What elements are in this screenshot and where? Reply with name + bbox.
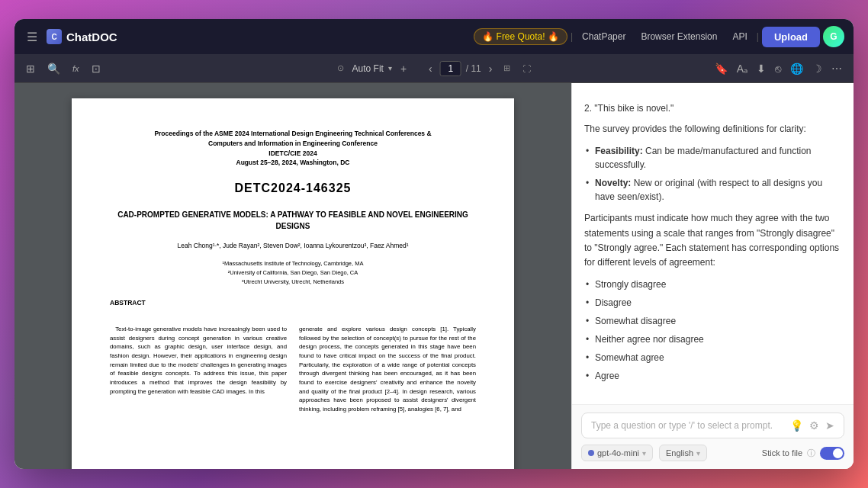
model-dot [588, 450, 594, 456]
stick-to-file-label: Stick to file [762, 448, 802, 458]
api-link[interactable]: API [726, 28, 753, 45]
settings-icon[interactable]: ⚙ [809, 419, 819, 432]
survey-intro-text: The survey provides the following defini… [584, 122, 841, 136]
nav-links: 🔥 Free Quota! 🔥 | ChatPaper Browser Exte… [474, 26, 844, 47]
zoom-chevron-icon[interactable]: ▾ [388, 64, 392, 72]
definitions-section: Feasibility: Can be made/manufactured an… [584, 144, 841, 204]
pdf-header-line1: Proceedings of the ASME 2024 Internation… [110, 129, 476, 139]
chat-content: 2. "This bike is novel." The survey prov… [572, 83, 854, 404]
globe-icon[interactable]: 🌐 [786, 60, 807, 77]
definition-novelty: Novelty: New or original (with respect t… [584, 176, 841, 204]
scale-option-6: Agree [584, 369, 841, 383]
scale-intro-text: Participants must indicate how much they… [584, 211, 841, 270]
pdf-header-line3: IDETC/CIE 2024 [110, 149, 476, 159]
language-label: English [666, 448, 693, 458]
pdf-doc-id: DETC2024-146325 [110, 180, 476, 197]
chat-numbered-items: 2. "This bike is novel." [584, 101, 841, 116]
pdf-authors: Leah Chong¹·*, Jude Rayan², Steven Dow²,… [110, 241, 476, 252]
send-icon[interactable]: ➤ [825, 419, 834, 432]
pdf-abstract: ABSTRACT [110, 299, 476, 313]
nav-divider-2: | [757, 31, 759, 42]
brand-logo: C [47, 29, 62, 44]
quota-badge[interactable]: 🔥 Free Quota! 🔥 [474, 28, 567, 45]
zoom-add-icon[interactable]: + [397, 60, 410, 77]
chat-input-area: 💡 ⚙ ➤ gpt-4o-mini ▾ English ▾ Sti [572, 404, 854, 469]
right-panel: 2. "This bike is novel." The survey prov… [571, 83, 854, 469]
stick-to-file: Stick to file ⓘ [762, 447, 844, 460]
chat-footer: gpt-4o-mini ▾ English ▾ Stick to file ⓘ [581, 445, 844, 461]
font-icon[interactable]: Aₐ [733, 60, 751, 77]
pdf-title: CAD-PROMPTED GENERATIVE MODELS: A PATHWA… [110, 209, 476, 232]
affiliation-3: ³Utrecht University, Utrecht, Netherland… [110, 278, 476, 287]
pdf-header-line4: August 25–28, 2024, Washington, DC [110, 158, 476, 168]
page-total: / 11 [466, 63, 481, 74]
page-menu-icon[interactable]: ⊞ [500, 61, 514, 75]
pdf-col2: generate and explore various design conc… [299, 325, 476, 414]
pdf-header: Proceedings of the ASME 2024 Internation… [110, 129, 476, 168]
more-icon[interactable]: ⋯ [828, 60, 846, 77]
scale-options-list: Strongly disagree Disagree Somewhat disa… [584, 278, 841, 383]
model-chevron-icon: ▾ [642, 449, 646, 458]
zoom-label: ⊙ [333, 61, 348, 75]
next-page-button[interactable]: › [486, 61, 496, 76]
moon-icon[interactable]: ☽ [809, 60, 826, 77]
grid-icon[interactable]: ⊞ [22, 60, 39, 77]
fx-icon[interactable]: fx [69, 62, 83, 75]
avatar[interactable]: G [823, 26, 844, 47]
app-window: ☰ C ChatDOC 🔥 Free Quota! 🔥 | ChatPaper … [14, 19, 854, 469]
toolbar-layout: ⊞ 🔍 fx ⊡ ⊙ Auto Fit ▾ + ‹ / 11 › ⊞ ⛶ 🔖 A [22, 60, 846, 77]
model-select[interactable]: gpt-4o-mini ▾ [581, 445, 653, 461]
upload-button[interactable]: Upload [762, 27, 820, 47]
browser-extension-link[interactable]: Browser Extension [635, 28, 723, 45]
screenshot-icon[interactable]: ⊡ [88, 60, 104, 77]
stick-to-file-toggle[interactable] [820, 447, 844, 460]
toolbar-right: 🔖 Aₐ ⬇ ⎋ 🌐 ☽ ⋯ [711, 60, 846, 77]
scale-options-section: Strongly disagree Disagree Somewhat disa… [584, 278, 841, 383]
scale-option-4: Neither agree nor disagree [584, 332, 841, 346]
lang-chevron-icon: ▾ [696, 449, 700, 458]
page-expand-icon[interactable]: ⛶ [519, 62, 535, 75]
abstract-title: ABSTRACT [110, 299, 476, 308]
info-icon[interactable]: ⓘ [807, 448, 815, 459]
model-label: gpt-4o-mini [597, 448, 639, 458]
fire-icon: 🔥 [482, 31, 493, 42]
chat-input-box: 💡 ⚙ ➤ [581, 413, 844, 438]
page-input[interactable] [440, 61, 461, 76]
menu-icon[interactable]: ☰ [24, 27, 40, 47]
chat-input[interactable] [591, 420, 784, 431]
pdf-header-line2: Computers and Information in Engineering… [110, 139, 476, 149]
brand-name: ChatDOC [66, 30, 117, 43]
scale-option-3: Somewhat disagree [584, 314, 841, 328]
pdf-viewer[interactable]: © ASME 2024 11 Jul 2024 Proceedings of t… [14, 83, 571, 469]
pdf-section: ABSTRACT Text-to-image generative models… [110, 299, 476, 414]
affiliation-1: ¹Massachusetts Institute of Technology, … [110, 259, 476, 268]
scale-option-2: Disagree [584, 296, 841, 310]
quota-label: Free Quota! 🔥 [497, 31, 559, 42]
download-icon[interactable]: ⬇ [753, 60, 770, 77]
chat-item-2: 2. "This bike is novel." [584, 101, 841, 116]
bookmark-icon[interactable]: 🔖 [711, 60, 731, 77]
prev-page-button[interactable]: ‹ [426, 61, 436, 76]
col2-text: generate and explore various design conc… [299, 325, 476, 414]
pdf-col1: Text-to-image generative models have inc… [110, 325, 287, 414]
scale-option-1: Strongly disagree [584, 278, 841, 291]
pdf-affiliations: ¹Massachusetts Institute of Technology, … [110, 259, 476, 287]
brand: C ChatDOC [47, 29, 117, 44]
toolbar-left: ⊞ 🔍 fx ⊡ [22, 60, 104, 77]
affiliation-2: ²University of California, San Diego, Sa… [110, 268, 476, 278]
definitions-list: Feasibility: Can be made/manufactured an… [584, 144, 841, 204]
light-bulb-icon[interactable]: 💡 [790, 419, 803, 432]
zoom-text: Auto Fit [352, 63, 384, 74]
brand-logo-letter: C [51, 33, 56, 41]
pdf-page: © ASME 2024 11 Jul 2024 Proceedings of t… [72, 98, 514, 469]
share-icon[interactable]: ⎋ [771, 60, 785, 77]
scale-option-5: Somewhat agree [584, 351, 841, 364]
main-content: © ASME 2024 11 Jul 2024 Proceedings of t… [14, 83, 854, 469]
toolbar-center: ⊙ Auto Fit ▾ + ‹ / 11 › ⊞ ⛶ [333, 60, 535, 77]
nav-divider-1: | [571, 31, 573, 42]
abstract-text: Text-to-image generative models have inc… [110, 325, 287, 396]
search-icon[interactable]: 🔍 [43, 60, 64, 77]
definition-feasibility: Feasibility: Can be made/manufactured an… [584, 144, 841, 172]
language-select[interactable]: English ▾ [659, 445, 707, 461]
chatpaper-link[interactable]: ChatPaper [576, 28, 632, 45]
